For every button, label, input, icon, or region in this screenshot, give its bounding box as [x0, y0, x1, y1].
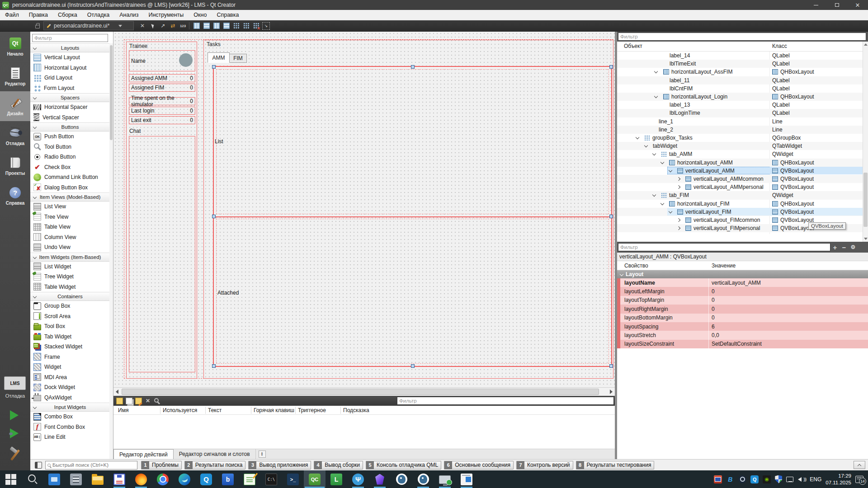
tree-row-lblLoginTime[interactable]: lblLoginTimeQLabel [617, 109, 863, 117]
chevron-down-icon[interactable] [644, 144, 648, 147]
close-document-button[interactable]: ✕ [140, 23, 145, 29]
chevron-right-icon[interactable] [677, 177, 680, 181]
property-value[interactable]: 0 [712, 314, 715, 321]
output-pane-Контроль версий[interactable]: 7Контроль версий [516, 461, 573, 469]
mode-Справка[interactable]: ?Справка [0, 181, 30, 211]
trainee-field-row[interactable]: Time spent on the simulator0 [129, 97, 195, 105]
widget-item-horizontal-layout[interactable]: Horizontal Layout [30, 63, 110, 73]
trainee-field-row[interactable]: Assigned FIM0 [129, 84, 195, 92]
scrollbar-thumb[interactable] [122, 389, 599, 395]
object-column-header[interactable]: Объект [624, 43, 642, 49]
selected-layout-rect[interactable] [213, 66, 612, 367]
property-row-layoutSizeConstraint[interactable]: layoutSizeConstraintSetDefaultConstraint [617, 340, 868, 348]
scroll-right-icon[interactable] [610, 389, 613, 394]
taskbar-start[interactable] [0, 470, 22, 488]
clock[interactable]: 17:29 07.11.2025 [826, 473, 851, 486]
widget-filter-input[interactable] [32, 34, 108, 42]
selection-handle[interactable] [609, 364, 613, 368]
taskbar-postgres-1[interactable] [391, 470, 412, 488]
widget-section-Containers[interactable]: Containers [30, 292, 110, 301]
widget-box-scrollbar[interactable] [109, 43, 113, 459]
tab-splitter-button[interactable]: ▲▼ [259, 450, 266, 458]
widget-section-Layouts[interactable]: Layouts [30, 43, 110, 52]
action-column-Имя[interactable]: Имя [118, 406, 128, 415]
taskbar-powershell[interactable] [282, 470, 304, 488]
widget-item-table-widget[interactable]: Table Widget [30, 282, 110, 292]
chevron-down-icon[interactable] [660, 160, 664, 164]
widget-item-tool-box[interactable]: Tool Box [30, 321, 110, 332]
taskbar-calculator[interactable] [65, 470, 87, 488]
property-value[interactable]: 0 [712, 288, 715, 295]
taskbar-floppy-app[interactable] [108, 470, 130, 488]
menu-Правка[interactable]: Правка [24, 10, 53, 20]
kit-selector[interactable]: LMS [4, 376, 26, 390]
widget-item-line-edit[interactable]: Line Edit [30, 432, 110, 442]
chevron-down-icon[interactable] [652, 193, 656, 197]
sidebar-toggle-icon[interactable] [35, 462, 42, 469]
taskbar-remote-desktop[interactable] [434, 470, 456, 488]
property-settings-button[interactable]: ⚙ [849, 244, 858, 250]
scroll-up-icon[interactable] [864, 43, 868, 46]
edit-action-button[interactable] [135, 398, 142, 404]
tree-row-line_2[interactable]: line_2Line [617, 126, 863, 134]
add-property-button[interactable]: + [830, 244, 840, 251]
property-row-layoutBottomMargin[interactable]: layoutBottomMargin0 [617, 314, 868, 322]
property-row-layoutName[interactable]: layoutNameverticalLayout_AMM [617, 278, 868, 287]
menu-Окно[interactable]: Окно [189, 10, 212, 20]
selection-handle[interactable] [411, 65, 415, 69]
adjust-size-icon[interactable] [262, 22, 270, 30]
tree-row-horizontalLayout_Login[interactable]: horizontalLayout_LoginQHBoxLayout [617, 93, 863, 101]
action-column-Подсказка[interactable]: Подсказка [343, 406, 369, 415]
output-pane-Проблемы[interactable]: 1Проблемы [141, 461, 182, 469]
property-filter-input[interactable] [618, 243, 830, 251]
output-pane-Вывод приложения[interactable]: 3Вывод приложения [248, 461, 311, 469]
open-document-selector[interactable]: personalcardtrainee.ui* [43, 21, 134, 30]
selection-handle[interactable] [212, 364, 216, 368]
widget-item-frame[interactable]: Frame [30, 352, 110, 362]
taskbar-obsidian[interactable] [369, 470, 391, 488]
property-row-layoutSpacing[interactable]: layoutSpacing6 [617, 322, 868, 331]
widget-item-tree-view[interactable]: Tree View [30, 212, 110, 222]
edit-taborder-icon[interactable] [179, 22, 187, 30]
mode-Отладка[interactable]: Отладка [0, 121, 30, 151]
edit-signals-icon[interactable] [159, 22, 167, 30]
widget-section-Spacers[interactable]: Spacers [30, 93, 110, 102]
menu-Инструменты[interactable]: Инструменты [143, 10, 189, 20]
taskbar-fork[interactable] [347, 470, 369, 488]
network-icon[interactable] [786, 477, 793, 482]
taskbar-chrome[interactable] [152, 470, 174, 488]
property-row-layoutRightMargin[interactable]: layoutRightMargin0 [617, 305, 868, 313]
widget-item-tab-widget[interactable]: Tab Widget [30, 332, 110, 342]
widget-section-Buttons[interactable]: Buttons [30, 122, 110, 131]
tree-row-verticalLayout_AMM[interactable]: verticalLayout_AMMQVBoxLayout [617, 167, 863, 175]
taskbar-task-view[interactable] [43, 470, 65, 488]
action-filter-input[interactable] [397, 397, 614, 405]
nvidia-icon[interactable] [763, 475, 771, 483]
taskbar-lms-app[interactable] [326, 470, 347, 488]
layout-form-icon[interactable] [232, 22, 240, 30]
action-column-Горячая клавиш[interactable]: Горячая клавиш [254, 406, 294, 415]
layout-grid-icon[interactable] [242, 22, 250, 30]
widget-item-form-layout[interactable]: Form Layout [30, 83, 110, 94]
scroll-left-icon[interactable] [116, 389, 118, 394]
security-icon[interactable] [775, 475, 782, 483]
taskbar-notes-app[interactable] [239, 470, 260, 488]
widget-item-table-view[interactable]: Table View [30, 222, 110, 232]
tree-row-verticalLayout_AMMpersonal[interactable]: verticalLayout_AMMpersonalQVBoxLayout [617, 183, 863, 191]
widget-item-radio-button[interactable]: Radio Button [30, 152, 110, 162]
edit-widgets-icon[interactable] [149, 22, 157, 30]
output-pane-Основные сообщения[interactable]: 6Основные сообщения [444, 461, 514, 469]
output-pane-Результаты тестирования[interactable]: 8Результаты тестирования [576, 461, 655, 469]
widget-item-column-view[interactable]: Column View [30, 232, 110, 243]
widget-item-grid-layout[interactable]: Grid Layout [30, 73, 110, 83]
output-pane-Результаты поиска[interactable]: 2Результаты поиска [184, 461, 246, 469]
delete-action-button[interactable] [145, 398, 151, 404]
widget-item-vertical-spacer[interactable]: Vertical Spacer [30, 113, 110, 123]
widget-item-vertical-layout[interactable]: Vertical Layout [30, 52, 110, 63]
widget-item-tree-widget[interactable]: Tree Widget [30, 272, 110, 282]
output-pane-Вывод сборки[interactable]: 4Вывод сборки [314, 461, 363, 469]
widget-item-undo-view[interactable]: Undo View [30, 242, 110, 253]
selection-handle[interactable] [609, 215, 613, 218]
close-button[interactable]: ✕ [847, 0, 868, 10]
widget-item-check-box[interactable]: Check Box [30, 162, 110, 173]
